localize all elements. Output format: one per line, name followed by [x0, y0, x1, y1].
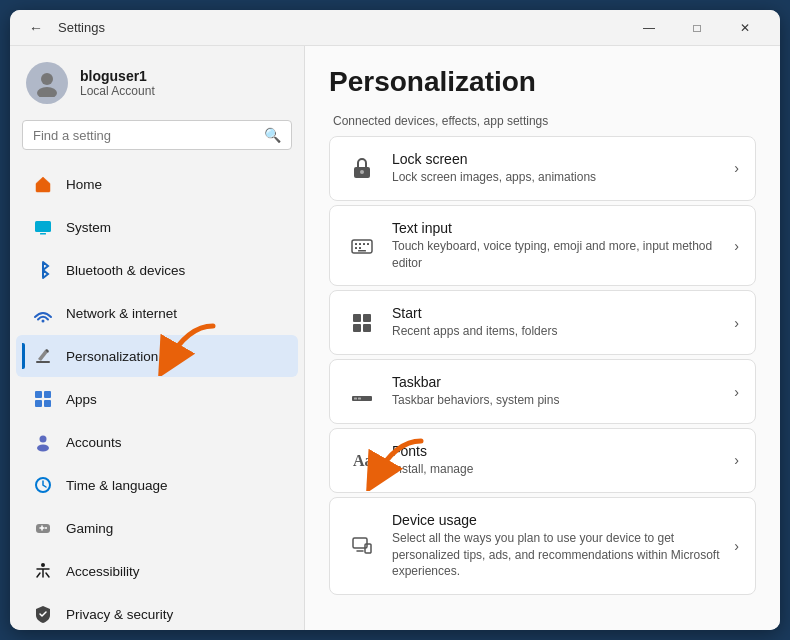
accessibility-icon [32, 560, 54, 582]
sidebar-item-time[interactable]: Time & language [16, 464, 298, 506]
svg-rect-2 [35, 221, 51, 232]
svg-rect-6 [35, 391, 42, 398]
svg-rect-3 [40, 233, 46, 235]
sidebar-label-system: System [66, 220, 111, 235]
svg-rect-32 [358, 397, 361, 399]
svg-text:Aa: Aa [353, 452, 373, 469]
sidebar-item-home[interactable]: Home [16, 163, 298, 205]
card-title-lock-screen: Lock screen [392, 151, 720, 167]
sidebar-label-gaming: Gaming [66, 521, 113, 536]
chevron-icon: › [734, 160, 739, 176]
svg-rect-20 [359, 243, 361, 245]
card-title-device-usage: Device usage [392, 512, 720, 528]
sidebar-label-network: Network & internet [66, 306, 177, 321]
gaming-icon [32, 517, 54, 539]
svg-rect-19 [355, 243, 357, 245]
sidebar-label-accessibility: Accessibility [66, 564, 140, 579]
search-box[interactable]: 🔍 [22, 120, 292, 150]
privacy-icon [32, 603, 54, 625]
account-type: Local Account [80, 84, 155, 98]
svg-rect-8 [35, 400, 42, 407]
bluetooth-icon [32, 259, 54, 281]
card-device-usage[interactable]: Device usage Select all the ways you pla… [329, 497, 756, 595]
user-profile: bloguser1 Local Account [10, 46, 304, 116]
search-input[interactable] [33, 128, 256, 143]
minimize-button[interactable]: — [626, 10, 672, 46]
svg-point-15 [41, 563, 45, 567]
svg-point-11 [37, 445, 49, 452]
user-info: bloguser1 Local Account [80, 68, 155, 98]
svg-point-14 [45, 527, 47, 529]
close-button[interactable]: ✕ [722, 10, 768, 46]
card-title-taskbar: Taskbar [392, 374, 720, 390]
text-input-icon [346, 230, 378, 262]
sidebar-item-bluetooth[interactable]: Bluetooth & devices [16, 249, 298, 291]
svg-rect-25 [358, 250, 366, 252]
start-icon [346, 307, 378, 339]
card-taskbar[interactable]: Taskbar Taskbar behaviors, system pins › [329, 359, 756, 424]
settings-window: ← Settings — □ ✕ bloguser1 Local Account [10, 10, 780, 630]
card-fonts[interactable]: Aa Fonts Install, manage › [329, 428, 756, 493]
svg-point-10 [40, 436, 47, 443]
username: bloguser1 [80, 68, 155, 84]
sidebar-item-system[interactable]: System [16, 206, 298, 248]
card-sub-lock-screen: Lock screen images, apps, animations [392, 169, 720, 186]
main-content: bloguser1 Local Account 🔍 Home System Bl… [10, 46, 780, 630]
card-sub-start: Recent apps and items, folders [392, 323, 720, 340]
sidebar-label-bluetooth: Bluetooth & devices [66, 263, 185, 278]
card-sub-device-usage: Select all the ways you plan to use your… [392, 530, 720, 580]
card-title-text-input: Text input [392, 220, 720, 236]
card-sub-fonts: Install, manage [392, 461, 720, 478]
svg-rect-28 [353, 324, 361, 332]
sidebar: bloguser1 Local Account 🔍 Home System Bl… [10, 46, 305, 630]
back-button[interactable]: ← [22, 14, 50, 42]
svg-rect-31 [354, 397, 357, 399]
network-icon [32, 302, 54, 324]
personalization-icon [32, 345, 54, 367]
sidebar-item-gaming[interactable]: Gaming [16, 507, 298, 549]
avatar [26, 62, 68, 104]
chevron-icon: › [734, 452, 739, 468]
svg-rect-29 [363, 324, 371, 332]
svg-rect-27 [363, 314, 371, 322]
system-icon [32, 216, 54, 238]
svg-rect-24 [359, 247, 361, 249]
app-title: Settings [58, 20, 626, 35]
sidebar-label-accounts: Accounts [66, 435, 122, 450]
sidebar-item-accounts[interactable]: Accounts [16, 421, 298, 463]
svg-rect-9 [44, 400, 51, 407]
card-title-start: Start [392, 305, 720, 321]
card-sub-text-input: Touch keyboard, voice typing, emoji and … [392, 238, 720, 272]
card-lock-screen[interactable]: Lock screen Lock screen images, apps, an… [329, 136, 756, 201]
device-usage-icon [346, 530, 378, 562]
sidebar-label-time: Time & language [66, 478, 168, 493]
sidebar-item-privacy[interactable]: Privacy & security [16, 593, 298, 630]
svg-rect-5 [36, 361, 50, 363]
svg-point-17 [360, 170, 364, 174]
sidebar-label-privacy: Privacy & security [66, 607, 173, 622]
sidebar-item-network[interactable]: Network & internet [16, 292, 298, 334]
search-icon: 🔍 [264, 127, 281, 143]
sidebar-label-apps: Apps [66, 392, 97, 407]
titlebar: ← Settings — □ ✕ [10, 10, 780, 46]
maximize-button[interactable]: □ [674, 10, 720, 46]
time-icon [32, 474, 54, 496]
card-text-input[interactable]: Text input Touch keyboard, voice typing,… [329, 205, 756, 287]
chevron-icon: › [734, 538, 739, 554]
lock-screen-icon [346, 152, 378, 184]
page-title: Personalization [329, 66, 756, 98]
accounts-icon [32, 431, 54, 453]
svg-rect-7 [44, 391, 51, 398]
svg-rect-21 [363, 243, 365, 245]
card-start[interactable]: Start Recent apps and items, folders › [329, 290, 756, 355]
sidebar-item-apps[interactable]: Apps [16, 378, 298, 420]
sidebar-item-personalization[interactable]: Personalization [16, 335, 298, 377]
window-controls: — □ ✕ [626, 10, 768, 46]
top-subtitle: Connected devices, effects, app settings [329, 114, 756, 128]
home-icon [32, 173, 54, 195]
chevron-icon: › [734, 384, 739, 400]
sidebar-label-personalization: Personalization [66, 349, 158, 364]
sidebar-item-accessibility[interactable]: Accessibility [16, 550, 298, 592]
sidebar-label-home: Home [66, 177, 102, 192]
right-panel: Personalization Connected devices, effec… [305, 46, 780, 630]
